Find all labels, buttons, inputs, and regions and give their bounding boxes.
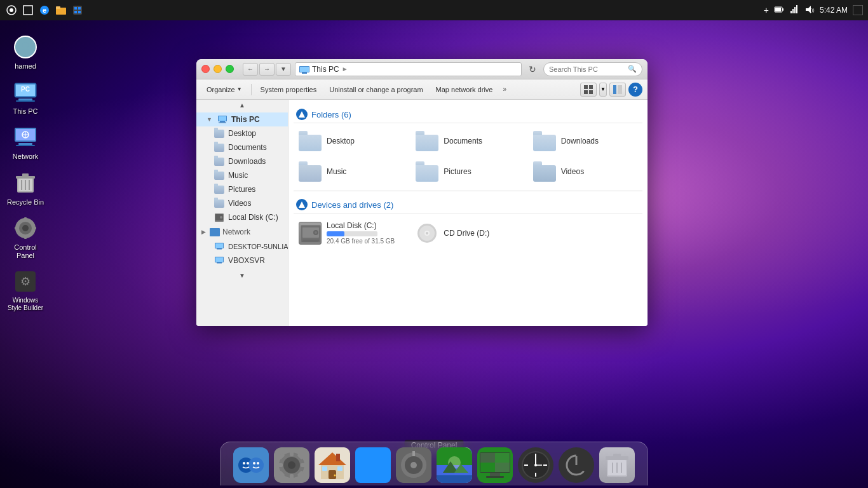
folder-item-desktop[interactable]: Desktop <box>294 127 408 155</box>
drive-item-c[interactable]: Local Disk (C:) 20.4 GB free of 31.5 GB <box>294 217 408 248</box>
nav-network-icon <box>210 227 220 237</box>
file-explorer-window: ← → ▼ This PC ► ↻ 🔍 Organize ▼ <box>196 59 648 326</box>
network-expand-arrow: ▶ <box>201 229 206 235</box>
desktop-icons: hamed PC This PC Ne <box>0 25 51 321</box>
search-box[interactable]: 🔍 <box>543 62 642 76</box>
organize-button[interactable]: Organize ▼ <box>201 82 247 97</box>
nav-item-local-disk[interactable]: Local Disk (C:) <box>196 210 288 224</box>
svg-rect-69 <box>217 248 222 250</box>
svg-rect-17 <box>794 7 796 13</box>
desktop-icon-recycle-bin[interactable]: Recycle Bin <box>3 166 48 210</box>
folder-item-documents[interactable]: Documents <box>410 127 525 155</box>
folder-name-downloads: Downloads <box>561 137 599 146</box>
folder-item-music[interactable]: Music <box>294 158 408 186</box>
tray-plus[interactable]: + <box>764 5 769 15</box>
nav-item-downloads[interactable]: Downloads <box>196 154 288 168</box>
dock-control-panel[interactable] <box>274 447 309 483</box>
minimize-button[interactable] <box>214 65 222 73</box>
taskbar-apps: e <box>5 4 84 17</box>
svg-point-22 <box>20 49 31 55</box>
start-button[interactable] <box>5 4 18 17</box>
dock-photo[interactable] <box>437 447 472 483</box>
svg-rect-128 <box>480 463 495 472</box>
nav-item-vboxsvr[interactable]: VBOXSVR <box>196 254 288 268</box>
desktop-icon-hamed[interactable]: hamed <box>3 30 48 74</box>
desktop-icon-wsb[interactable]: ⚙ Windows Style Builder <box>3 265 48 316</box>
drive-d-info: CD Drive (D:) <box>444 229 489 238</box>
nav-item-music[interactable]: Music <box>196 168 288 182</box>
folder-item-pictures[interactable]: Pictures <box>410 158 525 186</box>
dock-screen[interactable] <box>477 447 513 483</box>
taskbar-tray: + )) 5:42 AM <box>764 4 863 17</box>
search-input[interactable] <box>549 65 625 73</box>
nav-item-pictures[interactable]: Pictures <box>196 182 288 196</box>
internet-explorer-icon[interactable]: e <box>38 4 51 17</box>
close-button[interactable] <box>201 65 210 73</box>
desktop-icon-this-pc[interactable]: PC This PC <box>3 76 48 119</box>
taskbar-app4-icon[interactable] <box>71 4 84 17</box>
folder-item-downloads[interactable]: Downloads <box>528 127 642 155</box>
file-explorer-taskbar-icon[interactable] <box>55 4 67 17</box>
dropdown-button[interactable]: ▼ <box>276 63 291 76</box>
organize-dropdown-icon: ▼ <box>237 86 242 92</box>
nav-scroll-down[interactable]: ▼ <box>196 270 288 280</box>
view-options-button[interactable] <box>580 83 597 97</box>
desktop-icon-control-panel[interactable]: Control Panel <box>3 212 48 264</box>
taskbar-square-icon[interactable] <box>22 4 34 17</box>
breadcrumb: This PC ► <box>312 65 348 74</box>
refresh-button[interactable]: ↻ <box>526 62 539 76</box>
address-bar[interactable]: This PC ► <box>295 62 522 76</box>
desktop-icon-network[interactable]: Network <box>3 121 48 165</box>
help-button[interactable]: ? <box>628 83 642 97</box>
nav-computer-icon <box>214 241 224 252</box>
power-icon <box>559 447 594 483</box>
svg-point-95 <box>288 461 295 469</box>
dock-disk[interactable] <box>396 447 431 483</box>
svg-rect-9 <box>78 7 81 10</box>
dock-windows[interactable] <box>355 447 391 483</box>
back-button[interactable]: ← <box>243 63 258 76</box>
view-dropdown-button[interactable]: ▼ <box>599 83 607 97</box>
pane-button[interactable] <box>609 83 626 97</box>
forward-button[interactable]: → <box>259 63 275 76</box>
svg-point-79 <box>315 231 317 234</box>
nav-item-desktop[interactable]: Desktop <box>196 126 288 140</box>
svg-rect-99 <box>301 463 307 467</box>
nav-item-videos[interactable]: Videos <box>196 196 288 210</box>
svg-text:PC: PC <box>21 86 30 93</box>
uninstall-button[interactable]: Uninstall or change a program <box>324 82 428 97</box>
maximize-button[interactable] <box>226 65 234 73</box>
drive-item-d[interactable]: CD Drive (D:) <box>410 217 525 248</box>
dock-finder[interactable] <box>233 447 269 483</box>
system-properties-button[interactable]: System properties <box>255 82 322 97</box>
breadcrumb-arrow: ► <box>342 65 348 72</box>
svg-rect-45 <box>24 217 27 221</box>
nav-scroll-up[interactable]: ▲ <box>196 100 288 110</box>
hdd-drive-icon <box>299 222 322 245</box>
svg-rect-25 <box>18 98 32 100</box>
photo-icon <box>437 447 472 483</box>
network-label: Network <box>13 152 38 161</box>
svg-rect-15 <box>790 11 792 13</box>
nav-label-vboxsvr: VBOXSVR <box>228 256 265 265</box>
dock-power[interactable] <box>559 447 594 483</box>
this-pc-label: This PC <box>13 107 37 116</box>
nav-folder-videos-icon <box>214 198 224 208</box>
dock-home[interactable] <box>315 447 350 483</box>
nav-item-this-pc[interactable]: ▼ This PC <box>196 112 288 126</box>
dock-settings-clock[interactable] <box>518 447 553 483</box>
map-network-button[interactable]: Map network drive <box>431 82 498 97</box>
house-icon <box>315 447 350 483</box>
folder-icon-music <box>299 161 322 182</box>
nav-network-header[interactable]: ▶ Network <box>196 224 288 240</box>
more-options-button[interactable]: » <box>500 82 509 97</box>
folder-item-videos[interactable]: Videos <box>528 158 642 186</box>
nav-item-documents[interactable]: Documents <box>196 140 288 154</box>
cd-drive-icon <box>416 222 438 245</box>
nav-label-documents: Documents <box>228 143 267 152</box>
nav-item-desktop-machine[interactable]: DESKTOP-5UNLIA... <box>196 240 288 254</box>
dock-trash[interactable] <box>599 447 635 483</box>
svg-rect-18 <box>796 5 797 13</box>
svg-rect-55 <box>589 85 593 89</box>
show-desktop-icon[interactable] <box>853 5 863 15</box>
